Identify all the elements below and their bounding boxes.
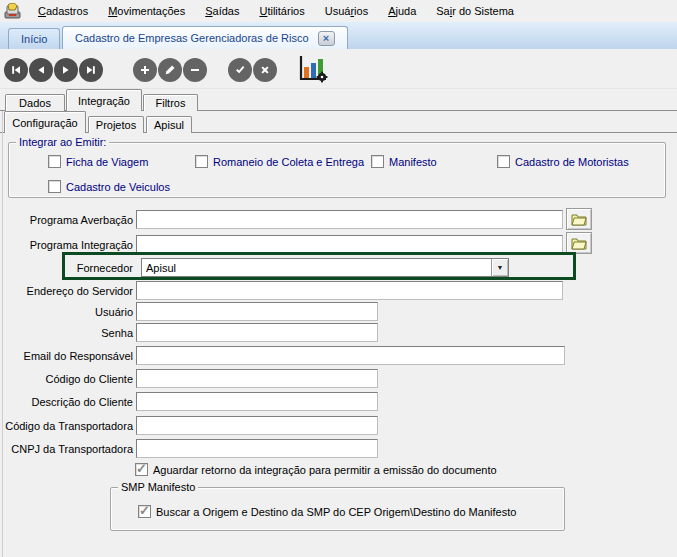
dropdown-value: Apisul [142,262,491,274]
checkbox-manifesto[interactable]: ✓ Manifesto [371,155,437,168]
menu-item-ajuda[interactable]: Ajuda [378,3,426,19]
application-window: Cadastros Movimentações Saídas Utilitári… [0,0,677,557]
tab-label: Apisul [154,119,184,131]
fornecedor-dropdown[interactable]: Apisul ▼ [141,258,509,277]
programa-integracao-input[interactable] [136,235,563,254]
menu-label: ovimentações [117,5,185,17]
window-tab-bar: Início Cadastro de Empresas Gerenciadora… [0,22,677,49]
field-label: Endereço do Servidor [0,284,133,298]
cancel-icon [259,64,271,76]
programa-averbacao-browse-button[interactable] [566,208,592,230]
checkbox-cadastro-de-veiculos[interactable]: ✓ Cadastro de Veiculos [48,180,170,193]
subtab-configuracao[interactable]: Configuração [4,111,86,133]
field-label: Usuário [0,305,133,319]
tab-label: Cadastro de Empresas Gerenciadoras de Ri… [75,32,309,44]
group-title: SMP Manifesto [118,481,198,493]
insert-record-button[interactable] [133,58,157,82]
tab-label: Integração [78,95,130,107]
tab-close-button[interactable]: × [318,31,335,46]
checkbox-box[interactable]: ✓ [135,463,148,476]
checkbox-box[interactable]: ✓ [48,180,61,193]
next-record-button[interactable] [54,58,78,82]
chevron-down-icon: ▼ [497,264,504,271]
checkbox-aguardar-retorno-integracao[interactable]: ✓ Aguardar retorno da integração para pe… [135,463,497,476]
tab-label: Filtros [156,97,186,109]
menu-item-cadastros[interactable]: Cadastros [28,3,98,19]
page-tab-strip: Dados Integração Filtros [0,89,677,111]
delete-record-button[interactable] [183,58,207,82]
email-do-responsavel-input[interactable] [136,346,565,365]
menu-label: Sa [436,5,449,17]
checkbox-cadastro-de-motoristas[interactable]: ✓ Cadastro de Motoristas [497,155,629,168]
programa-integracao-browse-button[interactable] [566,232,592,254]
field-label: Fornecedor [0,261,133,275]
usuario-input[interactable] [136,302,378,321]
menu-label: C [38,5,46,17]
menu-item-movimentacoes[interactable]: Movimentações [98,3,195,19]
menu-item-utilitarios[interactable]: Utilitários [249,3,314,19]
subtab-projetos[interactable]: Projetos [88,116,144,133]
checkbox-label: Aguardar retorno da integração para perm… [153,464,497,476]
close-icon: × [323,33,329,44]
checkbox-box[interactable]: ✓ [497,155,510,168]
edit-record-icon [164,64,176,76]
cnpj-da-transportadora-input[interactable] [136,439,378,458]
menu-label: ios [354,5,368,17]
dropdown-arrow-button[interactable]: ▼ [491,259,508,276]
next-record-icon [60,64,72,76]
menu-label: Usuá [325,5,351,17]
menu-label: adastros [46,5,88,17]
checkbox-ficha-de-viagem[interactable]: ✓ Ficha de Viagem [48,155,148,168]
tab-label: Início [21,33,47,45]
programa-averbacao-input[interactable] [136,210,563,229]
checkbox-buscar-origem-destino-smp[interactable]: ✓ Buscar a Origem e Destino da SMP do CE… [138,505,516,518]
edit-record-button[interactable] [158,58,182,82]
menu-item-saidas[interactable]: Saídas [195,3,249,19]
checkbox-box[interactable]: ✓ [195,155,208,168]
report-chart-icon [297,55,329,83]
codigo-do-cliente-input[interactable] [136,369,378,388]
menu-label: M [108,5,117,17]
first-record-button[interactable] [4,58,28,82]
menu-label: S [205,5,212,17]
menu-item-usuarios[interactable]: Usuários [315,3,378,19]
menu-label: tilitários [267,5,304,17]
cancel-button[interactable] [253,58,277,82]
tab-label: Configuração [12,117,77,129]
tab-integracao[interactable]: Integração [66,89,142,111]
field-label: Programa Integração [0,238,133,252]
menu-bar: Cadastros Movimentações Saídas Utilitári… [0,0,677,22]
senha-input[interactable] [136,323,378,342]
insert-record-icon [139,64,151,76]
checkbox-box[interactable]: ✓ [371,155,384,168]
checkbox-label: Cadastro de Motoristas [515,156,629,168]
field-label: Código do Cliente [0,372,133,386]
field-label: Senha [0,326,133,340]
open-folder-icon [571,237,587,250]
check-icon: ✓ [136,461,147,476]
codigo-da-transportadora-input[interactable] [136,416,378,435]
menu-item-sair-do-sistema[interactable]: Sair do Sistema [426,3,524,19]
checkbox-label: Cadastro de Veiculos [66,181,170,193]
checkbox-box[interactable]: ✓ [138,505,151,518]
prior-record-button[interactable] [29,58,53,82]
menu-label: aídas [213,5,240,17]
tab-filtros[interactable]: Filtros [143,94,198,111]
last-record-button[interactable] [79,58,103,82]
endereco-do-servidor-input[interactable] [136,281,563,300]
confirm-button[interactable] [228,58,252,82]
checkbox-label: Romaneio de Coleta e Entrega [213,156,364,168]
menu-label: juda [395,5,416,17]
subtab-apisul[interactable]: Apisul [146,116,192,133]
checkbox-label: Ficha de Viagem [66,156,148,168]
tab-inicio[interactable]: Início [8,28,60,49]
field-label: Programa Averbação [0,213,133,227]
checkbox-romaneio-coleta-entrega[interactable]: ✓ Romaneio de Coleta e Entrega [195,155,364,168]
tab-cadastro-empresas-gerenciadoras[interactable]: Cadastro de Empresas Gerenciadoras de Ri… [62,26,348,49]
tab-dados[interactable]: Dados [5,94,65,111]
descricao-do-cliente-input[interactable] [136,392,378,411]
checkbox-label: Manifesto [389,156,437,168]
checkbox-box[interactable]: ✓ [48,155,61,168]
report-button[interactable] [296,55,330,85]
field-label: CNPJ da Transportadora [0,442,133,456]
